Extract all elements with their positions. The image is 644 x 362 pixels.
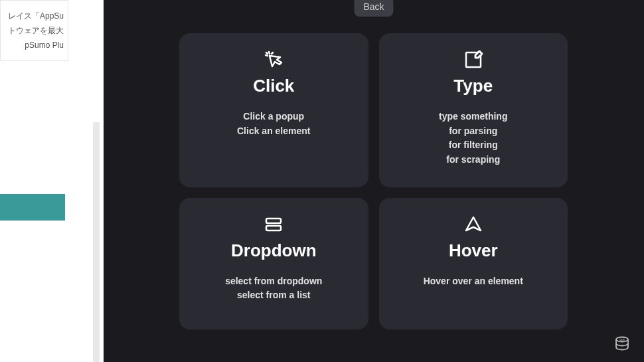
card-line: select from a list (237, 288, 311, 303)
card-line: type something (439, 110, 507, 124)
card-line: Click a popup (243, 110, 304, 124)
card-title: Dropdown (231, 240, 317, 261)
card-title: Click (253, 76, 294, 96)
scrollbar-track[interactable] (93, 122, 100, 362)
svg-line-1 (266, 55, 268, 56)
card-hover[interactable]: Hover Hover over an element (379, 198, 568, 329)
card-line: for parsing (449, 124, 497, 139)
teal-block[interactable] (0, 194, 65, 221)
card-title: Hover (449, 240, 498, 261)
card-line: select from dropdown (225, 274, 322, 289)
sidebar-text-card: レイス「AppSu トウェアを最大 pSumo Plu (0, 0, 68, 61)
back-button-label: Back (363, 1, 384, 12)
svg-line-2 (266, 52, 268, 54)
sidebar-text-line: pSumo Plu (5, 38, 64, 52)
card-title: Type (453, 76, 493, 96)
navigate-icon (463, 214, 484, 235)
back-button[interactable]: Back (354, 0, 393, 17)
card-line: Hover over an element (424, 274, 523, 289)
svg-line-0 (269, 52, 270, 54)
card-click[interactable]: Click Click a popup Click an element (179, 33, 368, 187)
card-dropdown[interactable]: Dropdown select from dropdown select fro… (179, 198, 368, 329)
card-line: for filtering (449, 138, 498, 153)
sidebar-text-line: レイス「AppSu (5, 9, 64, 23)
svg-rect-5 (266, 219, 281, 223)
card-line: Click an element (237, 124, 311, 139)
corner-badge[interactable]: out (612, 333, 632, 353)
card-line: for scraping (446, 153, 500, 167)
main-panel: Back Click Click a popup Click an elemen… (104, 0, 644, 362)
svg-line-3 (272, 52, 273, 54)
corner-badge-text: out (619, 337, 625, 341)
edit-icon (463, 49, 484, 70)
cards-grid: Click Click a popup Click an element Typ… (179, 33, 568, 329)
svg-rect-6 (266, 226, 281, 230)
sidebar-text-line: トウェアを最大 (5, 23, 64, 38)
card-type[interactable]: Type type something for parsing for filt… (379, 33, 568, 187)
dropdown-icon (263, 214, 284, 235)
left-panel: レイス「AppSu トウェアを最大 pSumo Plu (0, 0, 68, 362)
cursor-click-icon (263, 49, 284, 70)
